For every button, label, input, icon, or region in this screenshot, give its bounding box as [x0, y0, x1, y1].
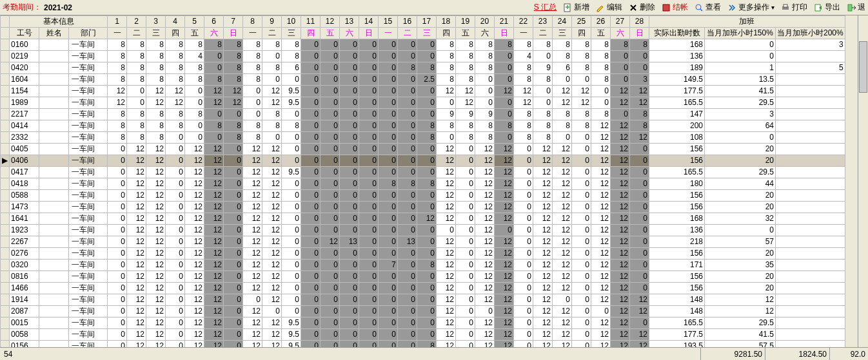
cell-day-3[interactable]: 12 [146, 225, 166, 236]
cell-day-4[interactable]: 0 [166, 260, 185, 271]
cell-day-21[interactable]: 0 [495, 97, 514, 109]
cell-day-15[interactable]: 0 [379, 248, 398, 260]
cell-day-17[interactable]: 8 [417, 341, 437, 348]
cell-day-6[interactable]: 12 [204, 341, 224, 348]
cell-day-10[interactable]: 0 [282, 236, 301, 248]
cell-day-11[interactable]: 0 [301, 167, 321, 178]
cell-day-6[interactable]: 12 [204, 178, 224, 190]
cell-ot200[interactable]: 3 [776, 39, 845, 51]
cell-ot150[interactable]: 0 [705, 51, 776, 62]
cell-day-6[interactable]: 8 [204, 120, 224, 132]
cell-day-25[interactable]: 0 [572, 167, 591, 178]
cell-day-25[interactable]: 8 [572, 120, 591, 132]
cell-day-23[interactable]: 12 [533, 178, 553, 190]
exit-button[interactable]: 退 [847, 2, 865, 13]
cell-day-14[interactable]: 0 [359, 306, 379, 317]
cell-day-4[interactable]: 0 [166, 306, 185, 317]
cell-day-22[interactable]: 0 [514, 248, 533, 260]
cell-day-2[interactable]: 12 [127, 213, 146, 225]
cell-day-20[interactable]: 12 [475, 317, 495, 329]
cell-name[interactable] [39, 144, 69, 155]
cell-day-18[interactable]: 12 [437, 294, 456, 306]
cell-day-28[interactable]: 0 [630, 62, 649, 74]
cell-day-22[interactable]: 8 [514, 120, 533, 132]
cell-day-26[interactable]: 8 [591, 39, 611, 51]
cell-day-8[interactable]: 0 [243, 86, 262, 97]
cell-empno[interactable]: 0420 [10, 62, 39, 74]
cell-day-20[interactable]: 8 [475, 120, 495, 132]
cell-day-25[interactable]: 0 [572, 236, 591, 248]
cell-day-2[interactable]: 12 [127, 202, 146, 213]
cell-day-13[interactable]: 0 [340, 74, 359, 86]
cell-empno[interactable]: 2217 [10, 109, 39, 120]
cell-day-17[interactable]: 8 [417, 120, 437, 132]
cell-day-20[interactable]: 12 [475, 202, 495, 213]
table-row[interactable]: 0588一车间012120121201212000000001201212012… [1, 190, 845, 202]
cell-day-8[interactable]: 12 [243, 225, 262, 236]
cell-day-14[interactable]: 0 [359, 317, 379, 329]
cell-day-5[interactable]: 12 [185, 213, 204, 225]
cell-day-26[interactable]: 12 [591, 329, 611, 341]
cell-actual[interactable]: 156 [649, 271, 705, 283]
cell-day-20[interactable]: 12 [475, 248, 495, 260]
cell-day-20[interactable]: 12 [475, 260, 495, 271]
cell-day-21[interactable]: 0 [495, 62, 514, 74]
cell-day-28[interactable]: 12 [630, 341, 649, 348]
cell-day-27[interactable]: 0 [611, 109, 630, 120]
cell-day-22[interactable]: 0 [514, 155, 533, 167]
cell-day-28[interactable]: 0 [630, 202, 649, 213]
cell-day-28[interactable]: 12 [630, 294, 649, 306]
cell-day-25[interactable]: 0 [572, 283, 591, 294]
cell-day-5[interactable]: 8 [185, 39, 204, 51]
cell-day-5[interactable]: 12 [185, 329, 204, 341]
cell-day-18[interactable]: 12 [437, 144, 456, 155]
cell-day-5[interactable]: 12 [185, 317, 204, 329]
cell-day-15[interactable]: 0 [379, 190, 398, 202]
day-num-15[interactable]: 15 [379, 16, 398, 28]
cell-day-18[interactable]: 0 [437, 132, 456, 144]
cell-day-2[interactable]: 8 [127, 132, 146, 144]
cell-day-19[interactable]: 8 [456, 39, 475, 51]
cell-actual[interactable]: 177.5 [649, 329, 705, 341]
cell-dept[interactable]: 一车间 [69, 236, 108, 248]
cell-day-14[interactable]: 0 [359, 144, 379, 155]
dept-header[interactable]: 部门 [69, 28, 108, 39]
cell-day-19[interactable]: 0 [456, 178, 475, 190]
cell-dept[interactable]: 一车间 [69, 271, 108, 283]
cell-day-3[interactable]: 8 [146, 39, 166, 51]
cell-day-18[interactable]: 12 [437, 213, 456, 225]
table-row[interactable]: 1466一车间012120121201212000000001201212012… [1, 283, 845, 294]
cell-day-6[interactable]: 12 [204, 167, 224, 178]
cell-day-6[interactable]: 12 [204, 213, 224, 225]
cell-day-4[interactable]: 0 [166, 202, 185, 213]
cell-empno[interactable]: 0816 [10, 271, 39, 283]
cell-day-15[interactable]: 0 [379, 74, 398, 86]
cell-actual[interactable]: 156 [649, 202, 705, 213]
cell-day-17[interactable]: 0 [417, 39, 437, 51]
cell-day-23[interactable]: 12 [533, 341, 553, 348]
cell-day-19[interactable]: 8 [456, 132, 475, 144]
cell-day-20[interactable]: 0 [475, 86, 495, 97]
cell-day-21[interactable]: 12 [495, 155, 514, 167]
cell-ot200[interactable] [776, 51, 845, 62]
cell-day-1[interactable]: 0 [108, 294, 127, 306]
cell-day-21[interactable]: 12 [495, 190, 514, 202]
cell-actual[interactable]: 149.5 [649, 74, 705, 86]
cell-day-15[interactable]: 0 [379, 341, 398, 348]
cell-day-8[interactable]: 8 [243, 62, 262, 74]
cell-day-26[interactable]: 12 [591, 225, 611, 236]
cell-day-22[interactable]: 0 [514, 294, 533, 306]
cell-day-28[interactable]: 12 [630, 86, 649, 97]
cell-day-7[interactable]: 12 [224, 97, 243, 109]
cell-day-21[interactable]: 0 [495, 225, 514, 236]
cell-day-17[interactable]: 0 [417, 155, 437, 167]
cell-actual[interactable]: 156 [649, 248, 705, 260]
cell-ot150[interactable]: 29.5 [705, 97, 776, 109]
cell-day-9[interactable]: 12 [262, 329, 282, 341]
cell-day-26[interactable]: 12 [591, 260, 611, 271]
cell-day-7[interactable]: 8 [224, 132, 243, 144]
cell-day-21[interactable]: 12 [495, 294, 514, 306]
cell-day-18[interactable]: 8 [437, 120, 456, 132]
cell-day-10[interactable]: 9.5 [282, 86, 301, 97]
cell-day-8[interactable]: 0 [243, 294, 262, 306]
